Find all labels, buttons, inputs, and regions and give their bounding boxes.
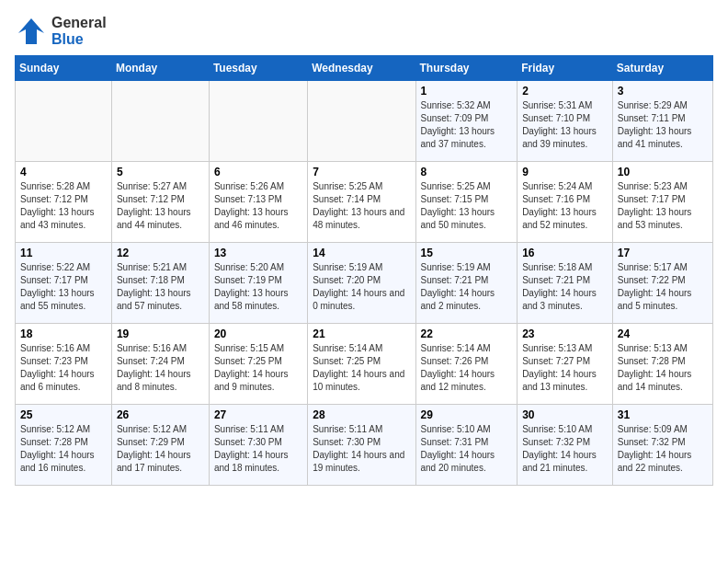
day-number: 15 [421,247,513,259]
day-number: 8 [421,166,513,178]
svg-marker-0 [18,18,44,44]
week-row-3: 18Sunrise: 5:16 AMSunset: 7:23 PMDayligh… [16,324,713,405]
day-info: Sunrise: 5:24 AMSunset: 7:16 PMDaylight:… [522,180,608,232]
calendar-cell: 19Sunrise: 5:16 AMSunset: 7:24 PMDayligh… [111,324,209,405]
day-info: Sunrise: 5:26 AMSunset: 7:13 PMDaylight:… [214,180,302,232]
day-number: 7 [313,166,410,178]
calendar-cell: 21Sunrise: 5:14 AMSunset: 7:25 PMDayligh… [308,324,415,405]
day-number: 28 [313,408,410,421]
header-tuesday: Tuesday [209,56,307,81]
day-number: 27 [214,408,302,421]
day-info: Sunrise: 5:28 AMSunset: 7:12 PMDaylight:… [20,180,107,232]
day-info: Sunrise: 5:09 AMSunset: 7:32 PMDaylight:… [618,423,708,475]
day-number: 5 [117,166,204,178]
day-info: Sunrise: 5:23 AMSunset: 7:17 PMDaylight:… [618,180,708,232]
calendar-cell: 13Sunrise: 5:20 AMSunset: 7:19 PMDayligh… [209,243,307,324]
day-info: Sunrise: 5:16 AMSunset: 7:24 PMDaylight:… [117,342,204,394]
day-number: 1 [421,85,513,98]
day-number: 13 [214,247,302,259]
day-number: 4 [20,166,107,178]
day-number: 14 [313,247,410,259]
calendar-cell: 28Sunrise: 5:11 AMSunset: 7:30 PMDayligh… [308,405,415,486]
day-number: 24 [618,327,708,340]
calendar-cell: 15Sunrise: 5:19 AMSunset: 7:21 PMDayligh… [415,243,518,324]
day-info: Sunrise: 5:10 AMSunset: 7:31 PMDaylight:… [421,423,513,475]
day-number: 20 [214,327,302,340]
calendar-cell [308,81,415,162]
calendar-cell: 6Sunrise: 5:26 AMSunset: 7:13 PMDaylight… [209,162,307,243]
header-saturday: Saturday [612,56,712,81]
day-info: Sunrise: 5:14 AMSunset: 7:26 PMDaylight:… [421,342,513,394]
calendar-cell: 4Sunrise: 5:28 AMSunset: 7:12 PMDaylight… [16,162,112,243]
day-info: Sunrise: 5:25 AMSunset: 7:14 PMDaylight:… [313,180,410,232]
calendar-cell [209,81,307,162]
calendar-cell: 20Sunrise: 5:15 AMSunset: 7:25 PMDayligh… [209,324,307,405]
day-number: 21 [313,327,410,340]
header-wednesday: Wednesday [308,56,415,81]
calendar-cell: 31Sunrise: 5:09 AMSunset: 7:32 PMDayligh… [612,405,712,486]
week-row-4: 25Sunrise: 5:12 AMSunset: 7:28 PMDayligh… [16,405,713,486]
day-info: Sunrise: 5:29 AMSunset: 7:11 PMDaylight:… [618,99,708,151]
day-number: 10 [618,166,708,178]
day-info: Sunrise: 5:19 AMSunset: 7:20 PMDaylight:… [313,261,410,313]
calendar-cell: 11Sunrise: 5:22 AMSunset: 7:17 PMDayligh… [16,243,112,324]
day-info: Sunrise: 5:11 AMSunset: 7:30 PMDaylight:… [214,423,302,475]
logo: GeneralBlue [15,15,107,48]
calendar-cell: 10Sunrise: 5:23 AMSunset: 7:17 PMDayligh… [612,162,712,243]
day-info: Sunrise: 5:20 AMSunset: 7:19 PMDaylight:… [214,261,302,313]
day-info: Sunrise: 5:21 AMSunset: 7:18 PMDaylight:… [117,261,204,313]
day-info: Sunrise: 5:22 AMSunset: 7:17 PMDaylight:… [20,261,107,313]
day-info: Sunrise: 5:11 AMSunset: 7:30 PMDaylight:… [313,423,410,475]
calendar-cell: 7Sunrise: 5:25 AMSunset: 7:14 PMDaylight… [308,162,415,243]
calendar-cell: 12Sunrise: 5:21 AMSunset: 7:18 PMDayligh… [111,243,209,324]
page-header: GeneralBlue [15,15,713,48]
calendar-cell: 29Sunrise: 5:10 AMSunset: 7:31 PMDayligh… [415,405,518,486]
day-number: 25 [20,408,107,421]
day-info: Sunrise: 5:10 AMSunset: 7:32 PMDaylight:… [522,423,608,475]
week-row-0: 1Sunrise: 5:32 AMSunset: 7:09 PMDaylight… [16,81,713,162]
day-info: Sunrise: 5:12 AMSunset: 7:28 PMDaylight:… [20,423,107,475]
day-number: 16 [522,247,608,259]
header-monday: Monday [111,56,209,81]
calendar-cell: 14Sunrise: 5:19 AMSunset: 7:20 PMDayligh… [308,243,415,324]
day-info: Sunrise: 5:13 AMSunset: 7:27 PMDaylight:… [522,342,608,394]
day-number: 3 [618,85,708,98]
day-number: 11 [20,247,107,259]
calendar-cell: 27Sunrise: 5:11 AMSunset: 7:30 PMDayligh… [209,405,307,486]
day-number: 19 [117,327,204,340]
day-info: Sunrise: 5:27 AMSunset: 7:12 PMDaylight:… [117,180,204,232]
calendar-cell: 1Sunrise: 5:32 AMSunset: 7:09 PMDaylight… [415,81,518,162]
header-thursday: Thursday [415,56,518,81]
calendar-cell [111,81,209,162]
day-number: 6 [214,166,302,178]
week-row-2: 11Sunrise: 5:22 AMSunset: 7:17 PMDayligh… [16,243,713,324]
day-number: 17 [618,247,708,259]
calendar-cell: 24Sunrise: 5:13 AMSunset: 7:28 PMDayligh… [612,324,712,405]
day-info: Sunrise: 5:19 AMSunset: 7:21 PMDaylight:… [421,261,513,313]
header-friday: Friday [518,56,613,81]
week-row-1: 4Sunrise: 5:28 AMSunset: 7:12 PMDaylight… [16,162,713,243]
calendar-table: SundayMondayTuesdayWednesdayThursdayFrid… [15,55,713,486]
header-row: SundayMondayTuesdayWednesdayThursdayFrid… [16,56,713,81]
calendar-cell: 23Sunrise: 5:13 AMSunset: 7:27 PMDayligh… [518,324,613,405]
day-info: Sunrise: 5:17 AMSunset: 7:22 PMDaylight:… [618,261,708,313]
logo-text: GeneralBlue [51,15,107,48]
calendar-cell: 25Sunrise: 5:12 AMSunset: 7:28 PMDayligh… [16,405,112,486]
calendar-cell [16,81,112,162]
day-info: Sunrise: 5:16 AMSunset: 7:23 PMDaylight:… [20,342,107,394]
day-info: Sunrise: 5:15 AMSunset: 7:25 PMDaylight:… [214,342,302,394]
logo-svg [15,15,48,48]
day-number: 30 [522,408,608,421]
header-sunday: Sunday [16,56,112,81]
day-number: 2 [522,85,608,98]
calendar-cell: 17Sunrise: 5:17 AMSunset: 7:22 PMDayligh… [612,243,712,324]
calendar-cell: 16Sunrise: 5:18 AMSunset: 7:21 PMDayligh… [518,243,613,324]
day-info: Sunrise: 5:12 AMSunset: 7:29 PMDaylight:… [117,423,204,475]
day-number: 23 [522,327,608,340]
day-number: 22 [421,327,513,340]
day-number: 18 [20,327,107,340]
calendar-cell: 22Sunrise: 5:14 AMSunset: 7:26 PMDayligh… [415,324,518,405]
day-number: 26 [117,408,204,421]
day-number: 31 [618,408,708,421]
day-info: Sunrise: 5:18 AMSunset: 7:21 PMDaylight:… [522,261,608,313]
